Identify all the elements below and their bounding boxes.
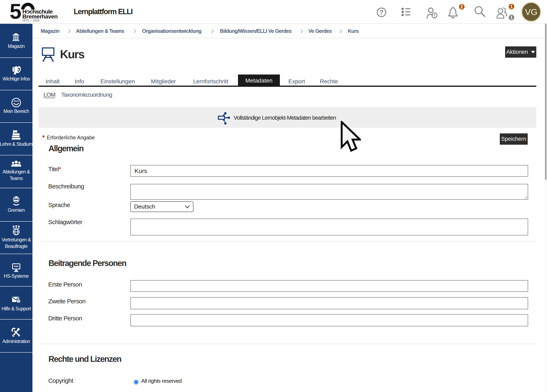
svg-text:1: 1 — [510, 4, 513, 9]
svg-text:2: 2 — [461, 4, 463, 9]
svg-text:1: 1 — [510, 15, 513, 20]
svg-text:?: ? — [379, 9, 383, 16]
svg-text:VG: VG — [525, 7, 538, 17]
svg-text:Ku: Ku — [46, 49, 50, 54]
svg-text:?: ? — [17, 299, 20, 303]
